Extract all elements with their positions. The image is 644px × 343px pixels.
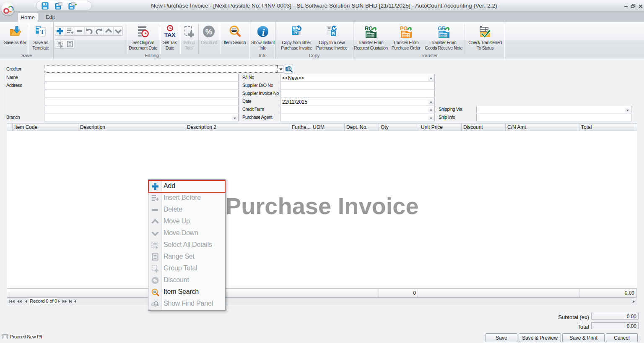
svg-text:PI: PI: [332, 31, 335, 36]
svg-text:PI: PI: [293, 31, 297, 35]
svg-text:%: %: [153, 278, 157, 283]
svg-text:RQ: RQ: [365, 25, 373, 31]
svg-text:T: T: [40, 29, 44, 35]
svg-text:GR: GR: [438, 25, 446, 31]
svg-text:%: %: [205, 27, 213, 36]
svg-text:i: i: [262, 27, 265, 38]
svg-text:PO: PO: [400, 25, 408, 31]
svg-text:TAX: TAX: [164, 31, 176, 38]
